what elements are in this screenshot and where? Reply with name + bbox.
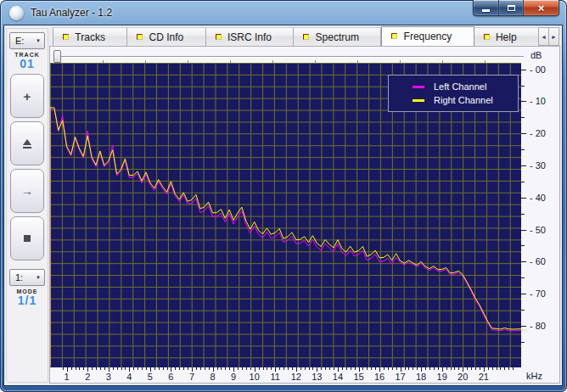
app-icon xyxy=(9,6,24,20)
x-tick-minor xyxy=(83,367,84,370)
x-tick-minor xyxy=(205,367,205,370)
x-tick-minor xyxy=(334,367,334,370)
x-tick-minor xyxy=(209,367,210,370)
minimize-button[interactable] xyxy=(473,0,498,16)
x-tick-minor xyxy=(71,367,72,370)
maximize-icon xyxy=(508,5,515,11)
x-tick-minor xyxy=(513,367,514,370)
x-tick-minor xyxy=(367,367,368,370)
x-tick-minor xyxy=(288,367,289,370)
track-number: 01 xyxy=(20,58,35,70)
eject-icon xyxy=(23,139,31,145)
slider-groove[interactable] xyxy=(59,56,524,58)
x-tick-minor xyxy=(329,367,330,370)
x-tick-minor xyxy=(279,367,280,370)
window-title: Tau Analyzer - 1.2 xyxy=(31,7,112,19)
add-button[interactable]: + xyxy=(10,74,44,118)
x-tick-minor xyxy=(434,367,435,370)
tab-frequency[interactable]: Frequency xyxy=(381,26,474,46)
y-tick-minor xyxy=(521,245,525,246)
y-tick-minor xyxy=(521,182,525,182)
x-tick-minor xyxy=(163,367,164,370)
x-tick-minor xyxy=(250,367,251,370)
x-tick-minor xyxy=(480,367,480,370)
x-tick-minor xyxy=(188,367,188,370)
x-tick-minor xyxy=(117,367,118,370)
tab-tracks[interactable]: Tracks xyxy=(53,27,127,46)
x-tick-minor xyxy=(167,367,168,370)
tab-led-icon xyxy=(303,34,309,40)
x-tick-minor xyxy=(79,367,80,370)
stop-button[interactable] xyxy=(10,216,44,260)
x-tick-label: 9 xyxy=(231,372,236,382)
x-tick-minor xyxy=(497,367,497,370)
sidebar: E: ▼ TRACK 01 + → 1: ▼ xyxy=(6,28,48,383)
tab-scroll-left-button[interactable]: ◄ xyxy=(539,27,549,46)
y-tick-label: - 00 xyxy=(530,64,546,75)
x-tick-minor xyxy=(388,367,389,370)
x-tick-minor xyxy=(183,367,184,370)
x-tick-label: 7 xyxy=(189,372,194,382)
x-tick-minor xyxy=(413,367,413,370)
tab-scroll-right-button[interactable]: ► xyxy=(549,27,559,46)
x-tick-minor xyxy=(221,367,222,370)
x-tick-minor xyxy=(425,367,426,370)
x-tick-minor xyxy=(504,367,505,370)
tab-isrc-info[interactable]: ISRC Info xyxy=(206,27,295,46)
maximize-button[interactable] xyxy=(498,0,523,16)
x-tick-label: 11 xyxy=(270,372,279,382)
next-track-button[interactable]: → xyxy=(10,169,44,213)
x-tick-minor xyxy=(492,367,493,370)
x-tick-minor xyxy=(346,367,347,370)
y-tick xyxy=(521,70,526,70)
x-tick-minor xyxy=(133,367,134,370)
x-tick-minor xyxy=(138,367,138,370)
x-tick-label: 14 xyxy=(333,372,343,382)
stop-icon xyxy=(24,235,31,242)
x-tick-minor xyxy=(196,367,197,370)
x-tick-minor xyxy=(125,367,126,370)
mode-select-value: 1: xyxy=(15,272,23,283)
x-tick-minor xyxy=(229,367,230,370)
tab-spectrum[interactable]: Spectrum xyxy=(294,27,381,46)
x-tick-minor xyxy=(371,367,372,370)
tab-bar: Tracks CD Info ISRC Info Spectrum Freque… xyxy=(53,27,559,46)
x-tick-minor xyxy=(259,367,260,370)
tab-help[interactable]: Help xyxy=(474,27,539,46)
x-tick-label: 19 xyxy=(437,372,447,382)
x-tick-minor xyxy=(312,367,313,370)
x-tick-minor xyxy=(384,367,385,370)
y-tick-minor xyxy=(521,277,525,278)
x-tick-minor xyxy=(375,367,376,370)
x-tick-minor xyxy=(438,367,439,370)
frequency-panel: dB kHz Left Channel Right Channel - 00- … xyxy=(49,46,560,384)
mode-select[interactable]: 1: ▼ xyxy=(9,269,45,286)
y-tick xyxy=(521,294,526,294)
y-tick-label: - 80 xyxy=(530,321,546,331)
x-tick-minor xyxy=(246,367,247,370)
close-icon: × xyxy=(538,3,545,14)
close-button[interactable]: × xyxy=(523,0,559,16)
x-tick-minor xyxy=(405,367,406,370)
y-tick-minor xyxy=(521,149,525,150)
frequency-plot: Left Channel Right Channel xyxy=(50,63,521,367)
y-tick-label: - 10 xyxy=(530,96,546,106)
x-tick-minor xyxy=(267,367,267,370)
x-tick-label: 12 xyxy=(291,372,301,382)
x-tick-minor xyxy=(300,367,301,370)
tab-led-icon xyxy=(137,34,143,40)
x-tick-minor xyxy=(458,367,459,370)
drive-select[interactable]: E: ▼ xyxy=(9,32,45,49)
y-tick-label: - 30 xyxy=(530,160,546,171)
eject-button[interactable] xyxy=(10,121,44,165)
x-tick-minor xyxy=(225,367,226,370)
x-tick-minor xyxy=(284,367,284,370)
legend-label: Right Channel xyxy=(434,95,493,105)
x-tick-minor xyxy=(104,367,105,370)
x-tick-label: 15 xyxy=(353,372,363,382)
y-tick xyxy=(521,230,526,231)
x-tick-minor xyxy=(121,367,122,370)
tab-cd-info[interactable]: CD Info xyxy=(127,27,205,46)
x-tick-minor xyxy=(92,367,93,370)
x-tick-label: 1 xyxy=(65,372,70,382)
